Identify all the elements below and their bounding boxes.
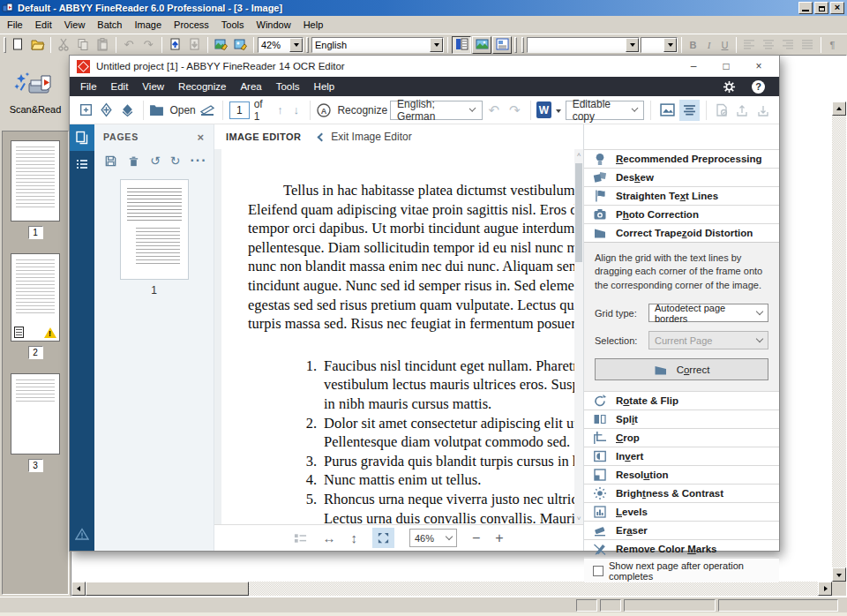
help-icon[interactable]: ? (752, 80, 765, 94)
font-size-combo[interactable] (641, 37, 678, 53)
add-pages-icon[interactable] (98, 100, 116, 121)
toolbar-grip[interactable] (514, 37, 517, 53)
scroll-up-icon[interactable]: ˄ (575, 151, 582, 159)
inner-close-button[interactable]: × (746, 60, 772, 72)
inner-minimize-button[interactable]: – (680, 60, 707, 72)
pages-panel-tab[interactable] (70, 124, 94, 151)
rotate-left-icon[interactable]: ↺ (150, 154, 161, 168)
new-project-icon[interactable] (77, 100, 95, 121)
tool-eraser[interactable]: Eraser (584, 521, 779, 539)
warnings-icon[interactable] (70, 528, 94, 540)
image-panel-toggle[interactable] (657, 100, 677, 121)
zoom-in-button[interactable]: + (495, 530, 503, 546)
close-pages-panel-button[interactable]: × (198, 131, 205, 144)
grid-type-dropdown[interactable]: Autodetect page borders (648, 304, 768, 322)
menu-process[interactable]: Process (168, 17, 215, 33)
tool-photo-correction[interactable]: Photo Correction (584, 205, 779, 223)
align-justify-button[interactable] (798, 36, 817, 53)
document-scrollbar[interactable]: ˄ ˅ (574, 149, 583, 524)
prev-page-button[interactable] (166, 36, 184, 53)
restore-button[interactable] (814, 2, 828, 14)
open-folder-button[interactable] (28, 36, 47, 53)
open-image-button[interactable] (212, 36, 230, 53)
rotate-right-icon[interactable]: ↻ (170, 154, 181, 168)
align-right-button[interactable] (779, 36, 798, 53)
export-word-icon[interactable]: W (536, 101, 551, 118)
page-number-input[interactable]: 1 (229, 101, 250, 119)
toolbar-grip[interactable] (521, 37, 524, 53)
show-next-page-checkbox[interactable] (593, 566, 603, 576)
align-left-button[interactable] (740, 36, 759, 53)
save-page-icon[interactable] (104, 154, 117, 168)
tool-crop[interactable]: Crop (584, 428, 779, 447)
tool-rotate-flip[interactable]: Rotate & Flip (584, 391, 779, 409)
scroll-down-button[interactable] (832, 567, 846, 582)
tool-remove-color-marks[interactable]: Remove Color Marks (584, 539, 779, 558)
ocr-menu-tools[interactable]: Tools (269, 78, 307, 95)
align-center-button[interactable] (760, 36, 778, 53)
fit-width-icon[interactable]: ↔ (322, 530, 335, 545)
tool-straighten-text-lines[interactable]: Straighten Text Lines (584, 186, 779, 205)
toolbar-grip[interactable] (4, 37, 6, 53)
minimize-button[interactable] (798, 2, 813, 14)
tool-split[interactable]: Split (584, 409, 779, 428)
view-thumbnails-button[interactable] (452, 36, 471, 54)
menu-window[interactable]: Window (251, 17, 297, 33)
close-button[interactable]: × (830, 2, 844, 14)
document-canvas[interactable]: Tellus in hac habitasse platea dictumst … (214, 149, 583, 524)
fit-page-button[interactable] (372, 528, 394, 548)
scanner-icon[interactable] (199, 100, 217, 121)
tool-deskew[interactable]: Deskew (584, 168, 779, 186)
word-dropdown-caret[interactable] (556, 109, 561, 116)
scroll-left-button[interactable] (71, 582, 86, 596)
dropdown-arrow-button[interactable] (430, 38, 443, 52)
font-combo[interactable] (527, 37, 640, 53)
scan-image-button[interactable] (231, 36, 250, 53)
thumbnails-strip-icon[interactable] (294, 532, 307, 545)
tool-recommended-preprocessing[interactable]: Recommended Preprocessing (584, 149, 779, 168)
pages-stack-icon[interactable] (118, 100, 137, 121)
paste-button[interactable] (94, 36, 112, 53)
undo-button[interactable]: ↶ (485, 100, 504, 121)
menu-edit[interactable]: Edit (29, 17, 58, 33)
dropdown-arrow-button[interactable] (289, 38, 303, 52)
ocr-menu-area[interactable]: Area (233, 78, 268, 95)
document-page[interactable]: Tellus in hac habitasse platea dictumst … (221, 149, 574, 524)
horizontal-scroll-thumb[interactable] (86, 582, 249, 596)
menu-file[interactable]: File (1, 17, 29, 33)
settings-gear-icon[interactable] (723, 80, 736, 94)
correct-button[interactable]: Correct (595, 358, 768, 380)
delete-page-icon[interactable] (127, 154, 140, 168)
menu-help[interactable]: Help (297, 17, 330, 33)
ocr-menu-view[interactable]: View (135, 78, 171, 95)
text-panel-toggle[interactable] (679, 100, 699, 121)
redo-button[interactable]: ↷ (506, 100, 524, 121)
ocr-menu-file[interactable]: File (73, 78, 104, 95)
toolbar-grip[interactable] (306, 37, 309, 53)
page-number-label[interactable]: 1 (28, 226, 43, 239)
tool-resolution[interactable]: Resolution (584, 465, 779, 484)
page-number-label[interactable]: 3 (28, 459, 43, 472)
zoom-out-button[interactable]: − (472, 530, 480, 546)
page-thumbnail-3[interactable] (11, 373, 60, 454)
more-options-icon[interactable]: ··· (190, 153, 206, 169)
cut-button[interactable] (55, 36, 73, 53)
send-page-icon[interactable] (733, 100, 752, 121)
redo-button[interactable]: ↷ (139, 36, 158, 53)
page-thumbnail-1[interactable] (11, 140, 60, 222)
bold-button[interactable]: B (686, 37, 701, 52)
scroll-down-icon[interactable]: ˅ (575, 515, 582, 522)
language-combo[interactable]: English (311, 37, 444, 53)
underline-button[interactable]: U (717, 37, 732, 52)
ocr-menu-help[interactable]: Help (307, 78, 342, 95)
formatting-marks-button[interactable]: ¶ (825, 37, 840, 52)
document-scroll-thumb[interactable] (575, 163, 582, 262)
undo-button[interactable]: ↶ (120, 36, 139, 53)
dropdown-arrow-button[interactable] (626, 38, 639, 52)
inner-maximize-button[interactable]: □ (713, 60, 739, 72)
new-document-button[interactable] (9, 36, 27, 53)
scroll-up-button[interactable] (832, 101, 846, 116)
language-dropdown[interactable]: English; German (390, 101, 482, 120)
view-text-button[interactable] (492, 36, 512, 54)
horizontal-scrollbar[interactable] (71, 582, 832, 596)
